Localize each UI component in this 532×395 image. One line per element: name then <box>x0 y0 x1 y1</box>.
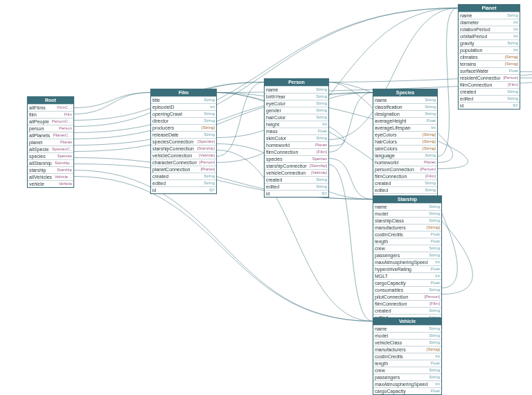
field-type: String <box>429 211 440 217</box>
entity-root[interactable]: RootallFilmsFilmC…filmFilmallPeoplePerso… <box>27 96 74 188</box>
field-row[interactable]: homeworldPlanet <box>265 141 328 148</box>
field-name: name <box>375 326 387 332</box>
field-name: vehicleConnection <box>266 170 305 176</box>
field-name: length <box>375 360 388 367</box>
field-row[interactable]: allPlanetsPlanetC… <box>28 132 73 139</box>
field-name: gender <box>266 107 281 114</box>
field-row[interactable]: allVehiclesVehicle… <box>28 173 73 180</box>
field-name: created <box>375 308 391 314</box>
field-type: String <box>316 107 327 114</box>
field-row[interactable]: filmConnection[Film] <box>373 173 437 179</box>
entity-planet[interactable]: PlanetnameStringdiameterIntrotationPerio… <box>458 4 520 109</box>
field-name: created <box>460 89 476 95</box>
field-row[interactable]: starshipConnection[Starship] <box>151 145 216 152</box>
field-name: residentConnection <box>460 75 500 81</box>
field-name: allSpecies <box>29 146 49 152</box>
field-name: gravity <box>460 40 475 46</box>
entity-starship[interactable]: StarshipnameStringmodelStringstarshipCla… <box>373 195 442 328</box>
field-type: Int <box>431 125 436 131</box>
field-row: lengthFloat <box>373 238 441 245</box>
field-row: nameString <box>373 96 437 103</box>
entity-header: Root <box>28 97 73 104</box>
field-row: nameString <box>459 12 520 19</box>
field-row: crewString <box>373 245 441 252</box>
field-row[interactable]: allPeoplePersonC… <box>28 118 73 125</box>
entity-species[interactable]: SpeciesnameStringclassificationStringdes… <box>373 89 438 201</box>
field-type: Float <box>509 68 518 74</box>
field-row[interactable]: allFilmsFilmC… <box>28 104 73 111</box>
entity-person[interactable]: PersonnameStringbirthYearStringeyeColorS… <box>264 78 329 198</box>
field-name: filmConnection <box>266 149 298 155</box>
field-row: classificationString <box>373 103 437 110</box>
field-type: Person <box>59 125 72 132</box>
field-row[interactable]: allStarshipsStarship… <box>28 159 73 166</box>
field-type: [Person] <box>420 166 436 173</box>
field-row: languageString <box>373 152 437 159</box>
field-row[interactable]: filmConnection[Film] <box>265 148 328 155</box>
field-row: directorString <box>151 117 216 124</box>
field-type: [String] <box>505 54 518 60</box>
field-type: [Vehicle] <box>199 152 215 159</box>
field-row[interactable]: vehicleConnection[Vehicle] <box>265 169 328 176</box>
field-name: filmConnection <box>460 82 492 88</box>
field-type: Int <box>513 47 518 53</box>
field-type: ID! <box>209 187 215 193</box>
field-row[interactable]: speciesSpecies <box>28 152 73 159</box>
field-type: Int <box>435 259 440 265</box>
field-row[interactable]: filmConnection[Film] <box>459 81 520 88</box>
field-name: manufacturers <box>375 225 406 231</box>
field-row[interactable]: vehicleVehicle <box>28 180 73 187</box>
field-type: String <box>429 308 440 314</box>
field-row[interactable]: personConnection[Person] <box>373 166 437 173</box>
field-name: diameter <box>460 19 479 26</box>
field-row[interactable]: homeworldPlanet <box>373 159 437 166</box>
field-row[interactable]: filmConnection[Film] <box>373 300 441 307</box>
field-row[interactable]: planetConnection[Planet] <box>151 166 216 173</box>
field-row[interactable]: filmFilm <box>28 111 73 118</box>
entity-film[interactable]: FilmtitleStringepisodeIDIntopeningCrawlS… <box>150 89 217 194</box>
entity-vehicle[interactable]: VehiclenameStringmodelStringvehicleClass… <box>373 317 442 395</box>
field-row[interactable]: personPerson <box>28 125 73 132</box>
field-row[interactable]: pilotConnection[Person] <box>373 293 441 300</box>
field-type: Float <box>431 231 440 238</box>
field-row: createdString <box>373 179 437 186</box>
field-row[interactable]: characterConnection[Person] <box>151 159 216 166</box>
field-name: maxAtmospheringSpeed <box>375 381 428 387</box>
field-row[interactable]: residentConnection[Person] <box>459 74 520 81</box>
field-row: MGLTInt <box>373 272 441 279</box>
field-type: Vehicle… <box>55 174 72 180</box>
field-row: terrains[String] <box>459 60 520 67</box>
field-row[interactable]: planetPlanet <box>28 139 73 146</box>
field-type: String <box>429 333 440 339</box>
field-row[interactable]: allSpeciesSpeciesC… <box>28 146 73 152</box>
field-name: passengers <box>375 374 400 380</box>
field-row: massFloat <box>265 128 328 134</box>
field-type: [Person] <box>200 159 215 166</box>
field-type: String <box>425 111 436 117</box>
field-type: SpeciesC… <box>52 146 72 152</box>
field-type: [Film] <box>508 82 518 88</box>
field-row: idID! <box>265 190 328 197</box>
field-row[interactable]: speciesSpecies <box>265 155 328 162</box>
field-name: starship <box>29 167 46 173</box>
entity-header: Film <box>151 89 216 96</box>
field-row[interactable]: starshipStarship <box>28 166 73 173</box>
field-row[interactable]: vehicleConnection[Vehicle] <box>151 152 216 159</box>
edge <box>217 82 264 157</box>
field-type: Starship… <box>55 160 72 166</box>
field-name: id <box>152 187 156 193</box>
field-row[interactable]: starshipConnection[Starship] <box>265 162 328 169</box>
field-row: openingCrawlString <box>151 110 216 117</box>
field-type: [Film] <box>317 149 327 155</box>
field-name: edited <box>375 187 388 193</box>
field-type: Starship <box>57 167 72 173</box>
field-row: vehicleClassString <box>373 339 441 346</box>
field-name: rotationPeriod <box>460 26 490 33</box>
field-name: edited <box>152 180 166 186</box>
field-type: Float <box>431 360 440 367</box>
field-name: skinColors <box>375 146 398 152</box>
field-row: populationInt <box>459 46 520 53</box>
field-name: created <box>375 180 391 186</box>
field-name: releaseDate <box>152 132 179 138</box>
field-row[interactable]: speciesConnection[Species] <box>151 138 216 145</box>
